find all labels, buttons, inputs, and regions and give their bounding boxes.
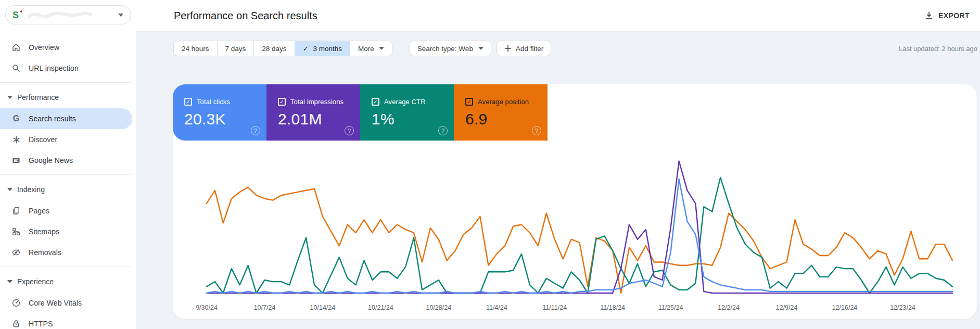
- metric-value: 2.01M: [278, 110, 360, 128]
- checkbox-checked-icon[interactable]: ✓: [184, 98, 192, 106]
- date-range-28-days[interactable]: 28 days: [253, 41, 294, 56]
- download-icon: [924, 11, 934, 20]
- date-range-more[interactable]: More: [350, 41, 392, 56]
- home-icon: [11, 43, 21, 52]
- sidebar-item-discover[interactable]: Discover: [0, 129, 136, 150]
- help-icon[interactable]: ?: [345, 126, 354, 135]
- search-console-app: S Overview URL inspection: [0, 0, 980, 329]
- x-axis-tick-label: 11/25/24: [658, 304, 683, 311]
- sidebar-item-label: Google News: [29, 156, 73, 164]
- x-axis-tick-label: 10/21/24: [368, 304, 393, 311]
- checkbox-checked-icon[interactable]: ✓: [278, 98, 286, 106]
- check-icon: ✓: [303, 45, 309, 53]
- redacted-property-name: [27, 11, 94, 19]
- checkbox-checked-icon[interactable]: ✓: [372, 98, 379, 106]
- metric-card-average-position[interactable]: ✓ Average position 6.9 ?: [454, 84, 548, 141]
- performance-line-chart[interactable]: 9/30/2410/7/2410/14/2410/21/2410/28/2411…: [173, 141, 977, 319]
- filter-divider: [401, 42, 401, 55]
- property-selector[interactable]: S: [5, 5, 131, 24]
- chevron-down-icon: [379, 47, 384, 50]
- x-axis-tick-label: 10/28/24: [426, 304, 451, 311]
- sidebar-item-overview[interactable]: Overview: [0, 37, 136, 58]
- x-axis-tick-label: 10/7/24: [254, 304, 276, 311]
- sidebar-divider: [0, 82, 131, 83]
- search-type-filter[interactable]: Search type: Web: [410, 41, 491, 56]
- x-axis-tick-label: 12/23/24: [890, 304, 915, 311]
- export-button[interactable]: EXPORT: [924, 11, 970, 20]
- add-filter-button[interactable]: Add filter: [497, 41, 551, 56]
- x-axis-tick-label: 9/30/24: [196, 304, 218, 311]
- chevron-down-icon: [7, 188, 12, 191]
- chevron-down-icon: [7, 280, 12, 283]
- sidebar-item-url-inspection[interactable]: URL inspection: [0, 58, 136, 79]
- x-axis-tick-label: 11/4/24: [486, 304, 507, 311]
- main-header: Performance on Search results EXPORT: [136, 0, 980, 32]
- chevron-down-icon: [118, 14, 123, 17]
- sidebar-item-label: Pages: [29, 207, 49, 215]
- filter-row: 24 hours 7 days 28 days ✓ 3 months More …: [173, 41, 977, 56]
- series-average-ctr: [207, 178, 952, 293]
- sidebar: S Overview URL inspection: [0, 0, 136, 329]
- help-icon[interactable]: ?: [532, 126, 541, 135]
- date-range-7-days[interactable]: 7 days: [217, 41, 254, 56]
- metric-value: 6.9: [465, 110, 548, 128]
- news-icon: [11, 156, 21, 165]
- sidebar-item-core-web-vitals[interactable]: Core Web Vitals: [0, 293, 136, 313]
- x-axis-tick-label: 12/2/24: [718, 304, 740, 311]
- help-icon[interactable]: ?: [251, 126, 260, 135]
- sidebar-item-removals[interactable]: Removals: [0, 242, 136, 263]
- date-range-24-hours[interactable]: 24 hours: [174, 41, 217, 56]
- sidebar-item-https[interactable]: HTTPS: [0, 313, 136, 329]
- page-title: Performance on Search results: [174, 10, 317, 22]
- x-axis-tick-label: 12/9/24: [776, 304, 798, 311]
- metric-card-average-ctr[interactable]: ✓ Average CTR 1% ?: [360, 84, 454, 141]
- sidebar-item-label: Removals: [29, 248, 61, 257]
- sidebar-item-label: Sitemaps: [29, 227, 59, 236]
- metric-card-total-clicks[interactable]: ✓ Total clicks 20.3K ?: [173, 84, 266, 141]
- x-axis-tick-label: 11/18/24: [600, 304, 625, 311]
- sidebar-item-pages[interactable]: Pages: [0, 200, 136, 221]
- last-updated-text: Last updated: 2 hours ago: [899, 45, 977, 53]
- metric-card-total-impressions[interactable]: ✓ Total impressions 2.01M ?: [266, 84, 360, 141]
- date-range-3-months[interactable]: ✓ 3 months: [295, 41, 350, 56]
- series-average-position: [207, 187, 952, 293]
- eye-off-icon: [11, 248, 21, 257]
- site-favicon-icon: S: [12, 10, 22, 20]
- asterisk-icon: [11, 135, 21, 144]
- sidebar-item-label: HTTPS: [29, 320, 53, 328]
- export-label: EXPORT: [938, 11, 970, 20]
- performance-panel: ✓ Total clicks 20.3K ? ✓ Total impressio…: [173, 84, 977, 319]
- x-axis-tick-label: 12/16/24: [832, 304, 858, 311]
- sidebar-item-search-results[interactable]: G Search results: [0, 108, 132, 129]
- main-body: 24 hours 7 days 28 days ✓ 3 months More …: [136, 32, 980, 329]
- search-icon: [11, 64, 21, 73]
- sidebar-item-label: Overview: [29, 43, 59, 52]
- section-experience[interactable]: Experience: [0, 271, 136, 293]
- section-indexing[interactable]: Indexing: [0, 179, 136, 200]
- plus-icon: [504, 45, 512, 52]
- sitemap-icon: [11, 227, 21, 236]
- section-label: Indexing: [17, 185, 45, 194]
- metric-value: 20.3K: [184, 110, 266, 128]
- pages-icon: [11, 206, 21, 216]
- x-axis-tick-label: 11/11/24: [542, 304, 567, 311]
- section-performance[interactable]: Performance: [0, 86, 136, 108]
- sidebar-item-label: URL inspection: [29, 64, 79, 72]
- google-g-icon: G: [11, 114, 21, 123]
- sidebar-item-label: Search results: [29, 115, 76, 123]
- series-total-impressions: [207, 161, 952, 294]
- x-axis-tick-label: 10/14/24: [310, 304, 336, 311]
- metric-cards: ✓ Total clicks 20.3K ? ✓ Total impressio…: [173, 84, 548, 141]
- help-icon[interactable]: ?: [438, 126, 448, 135]
- sidebar-item-label: Core Web Vitals: [29, 299, 82, 307]
- checkbox-checked-icon[interactable]: ✓: [465, 98, 473, 106]
- chevron-down-icon: [478, 47, 483, 50]
- section-label: Performance: [17, 93, 59, 102]
- sidebar-item-google-news[interactable]: Google News: [0, 150, 136, 171]
- section-label: Experience: [17, 277, 54, 286]
- speedometer-icon: [11, 298, 21, 308]
- sidebar-item-label: Discover: [29, 135, 57, 144]
- sidebar-divider: [0, 174, 131, 175]
- sidebar-divider: [0, 267, 131, 267]
- sidebar-item-sitemaps[interactable]: Sitemaps: [0, 221, 136, 242]
